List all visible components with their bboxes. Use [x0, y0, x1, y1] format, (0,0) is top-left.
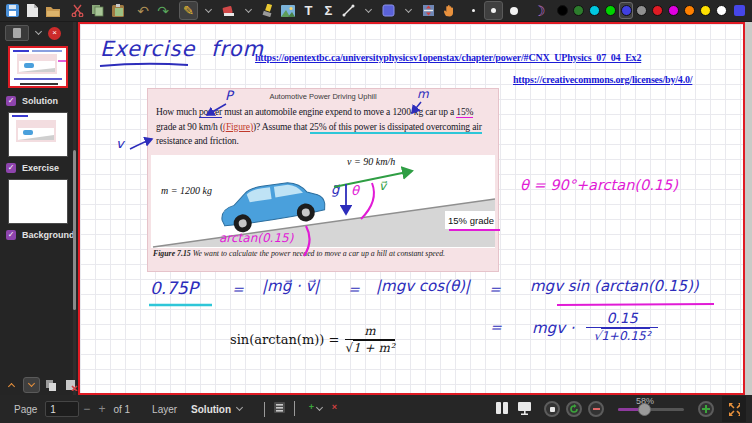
theta-label: θ [351, 183, 359, 198]
previous-page-button[interactable]: − [79, 402, 94, 416]
zoom-fit-button[interactable] [544, 401, 560, 417]
cut-button[interactable] [68, 1, 87, 20]
canvas-page[interactable]: Exercise from https://opentextbc.ca/univ… [78, 22, 745, 395]
figure-reference-link[interactable]: (Figure) [223, 122, 253, 132]
hand-icon [442, 4, 455, 17]
paste-button[interactable] [108, 1, 127, 20]
text-tool-icon: T [304, 3, 312, 18]
toolbar-separator [128, 4, 132, 18]
color-cyan-button[interactable] [587, 2, 602, 19]
duplicate-layer-button[interactable] [43, 377, 60, 393]
page-count-label: of 1 [113, 404, 130, 415]
layer-row-exercise[interactable]: ✓ Exercise [6, 163, 59, 173]
mini-car [23, 130, 33, 135]
license-link[interactable]: https://creativecommons.org/licenses/by/… [513, 74, 692, 85]
chevron-down-icon[interactable] [35, 28, 42, 35]
color-black-button[interactable] [555, 2, 570, 19]
checkbox-checked-icon[interactable]: ✓ [6, 230, 16, 240]
eraser-tool-button[interactable] [219, 1, 238, 20]
math-tex-button[interactable]: Σ [319, 1, 338, 20]
zoom-slider-knob[interactable] [638, 403, 651, 416]
close-sidebar-button[interactable]: × [48, 27, 61, 40]
pen-size-fine-button[interactable] [464, 1, 483, 20]
open-button[interactable] [43, 1, 62, 20]
vertical-select-icon [422, 4, 435, 17]
dual-page-view-button[interactable] [491, 401, 513, 418]
checkbox-checked-icon[interactable]: ✓ [6, 96, 16, 106]
zoom-out-button[interactable] [588, 401, 604, 417]
layer-select-dropdown[interactable]: Solution [185, 403, 248, 416]
pen-tool-dropdown[interactable] [199, 1, 218, 20]
previous-layer-button[interactable] [260, 402, 269, 416]
color-picker-button[interactable] [730, 1, 749, 20]
hand-tool-button[interactable] [439, 1, 458, 20]
color-picker-icon [733, 4, 746, 17]
open-folder-icon [46, 5, 60, 17]
color-red-button[interactable] [650, 2, 665, 19]
sidebar-scrollbar[interactable] [73, 22, 76, 395]
next-layer-button[interactable] [290, 402, 299, 416]
layer-row-background[interactable]: ✓ Background [6, 230, 75, 240]
zoom-in-button[interactable] [698, 401, 714, 417]
zoom-original-button[interactable] [566, 401, 582, 417]
color-darkgreen-button[interactable] [571, 2, 586, 19]
pen-size-thick-button[interactable] [504, 1, 523, 20]
move-layer-down-button[interactable] [23, 377, 40, 393]
text-tool-button[interactable]: T [299, 1, 318, 20]
checkbox-checked-icon[interactable]: ✓ [6, 163, 16, 173]
fullscreen-button[interactable] [722, 396, 746, 422]
chevron-down-icon[interactable] [316, 404, 323, 411]
color-gray-button[interactable] [634, 2, 649, 19]
color-orange-button[interactable] [682, 2, 697, 19]
delete-layer-button[interactable] [63, 377, 80, 393]
text-segment: resistance and friction. [156, 136, 239, 146]
save-button[interactable] [3, 1, 22, 20]
color-yellow-button[interactable] [698, 2, 713, 19]
mini-equation-2 [20, 83, 58, 85]
color-blue-button[interactable] [619, 2, 634, 19]
vertical-select-button[interactable] [419, 1, 438, 20]
source-link[interactable]: https://opentextbc.ca/universityphysicsv… [255, 52, 641, 63]
pen-tool-button[interactable]: ✎ [179, 1, 198, 20]
toolbar-separator [63, 4, 67, 18]
heading-word-exercise: Exercise [100, 37, 195, 61]
equation-term-1: |mg⃗ · v⃗| [262, 277, 319, 295]
mass-label: m = 1200 kg [161, 185, 212, 196]
scrollbar-thumb[interactable] [73, 150, 76, 310]
shape-tool-dropdown[interactable] [359, 1, 378, 20]
green-swatch-icon [605, 5, 616, 16]
eraser-tool-dropdown[interactable] [239, 1, 258, 20]
layer-row-solution[interactable]: ✓ Solution [6, 96, 58, 106]
undo-button[interactable]: ↶ [134, 1, 153, 20]
select-tool-button[interactable] [379, 1, 398, 20]
layer-overview-button[interactable] [269, 401, 290, 417]
redo-button[interactable]: ↷ [154, 1, 173, 20]
highlighter-tool-button[interactable] [259, 1, 278, 20]
zoom-slider[interactable]: 58% [618, 408, 684, 411]
copy-button[interactable] [88, 1, 107, 20]
next-page-button[interactable]: + [94, 402, 109, 416]
equation-lhs: 0.75P [150, 278, 198, 298]
shape-recognizer-button[interactable]: ☽ [530, 1, 549, 20]
layer-thumbnail-solution[interactable] [8, 46, 68, 88]
layer-thumbnail-exercise[interactable] [8, 112, 68, 157]
color-green-button[interactable] [603, 2, 618, 19]
shape-tool-button[interactable] [339, 1, 358, 20]
presentation-mode-button[interactable] [513, 401, 536, 418]
layer-label: Background [22, 230, 75, 240]
color-white-button[interactable] [714, 2, 729, 19]
insert-image-button[interactable] [279, 1, 298, 20]
layer-select-value: Solution [191, 404, 231, 415]
select-tool-dropdown[interactable] [399, 1, 418, 20]
minus-icon [593, 408, 600, 410]
color-magenta-button[interactable] [666, 2, 681, 19]
move-layer-up-button[interactable] [3, 377, 20, 393]
duplicate-icon [46, 380, 57, 391]
pen-size-medium-button[interactable] [484, 1, 503, 20]
close-icon: × [52, 29, 57, 37]
text-grade-underlined: 15% [456, 107, 473, 118]
layer-thumbnail-background[interactable] [8, 179, 68, 224]
preview-layout-button[interactable] [5, 25, 29, 41]
page-number-input[interactable] [45, 401, 79, 417]
new-document-button[interactable] [23, 1, 42, 20]
